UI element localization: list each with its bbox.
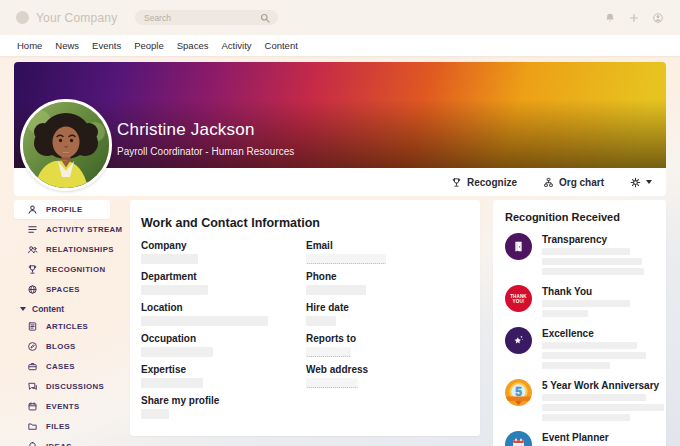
recognition-item-event-planner[interactable]: Event Planner — [505, 431, 654, 446]
field-value-placeholder — [141, 378, 203, 388]
sidebar-item-label: ARTICLES — [46, 322, 88, 331]
sidebar-item-label: EVENTS — [46, 402, 80, 411]
search-input[interactable] — [142, 12, 259, 24]
sidebar-item-cases[interactable]: CASES — [14, 357, 126, 376]
org-chart-label: Org chart — [559, 177, 604, 188]
recognize-label: Recognize — [467, 177, 517, 188]
field-expertise: Expertise — [141, 364, 306, 388]
work-info-title: Work and Contact Information — [141, 216, 468, 230]
recognition-placeholder — [542, 394, 646, 401]
field-department: Department — [141, 271, 306, 295]
right-column: Recognition Received Transparency — [493, 200, 666, 446]
recognition-title: Recognition Received — [505, 211, 654, 223]
recognition-card: Recognition Received Transparency — [493, 200, 666, 446]
field-value-placeholder — [306, 285, 366, 295]
settings-menu-button[interactable] — [630, 177, 652, 188]
profile-page: Your Company — [0, 0, 680, 446]
top-bar: Your Company — [0, 0, 680, 35]
field-value-placeholder — [141, 347, 213, 357]
field-value-placeholder — [141, 254, 198, 264]
field-share-my-profile: Share my profile — [141, 395, 306, 419]
sidebar-item-blogs[interactable]: BLOGS — [14, 337, 126, 356]
profile-banner: Christine Jackson Payroll Coordinator - … — [14, 62, 666, 168]
sidebar-item-label: PROFILE — [46, 205, 83, 214]
banner-text: Christine Jackson Payroll Coordinator - … — [117, 120, 294, 157]
sidebar-item-label: RELATIONSHIPS — [46, 245, 114, 254]
recognition-placeholder — [542, 352, 646, 359]
field-value-placeholder — [141, 409, 169, 419]
sidebar-item-label: RECOGNITION — [46, 265, 105, 274]
account-icon[interactable] — [652, 12, 664, 24]
field-value-placeholder[interactable] — [306, 254, 386, 264]
bell-icon[interactable] — [604, 12, 616, 24]
top-bar-icons — [604, 0, 664, 35]
relationships-icon — [27, 244, 38, 255]
thank-you-badge: THANK YOU! — [505, 285, 532, 312]
recognition-placeholder — [542, 404, 664, 411]
cases-briefcase-icon — [27, 361, 38, 372]
events-calendar-icon — [27, 401, 38, 412]
sidebar-item-label: IDEAS — [46, 442, 72, 446]
field-phone: Phone — [306, 271, 468, 295]
profile-job-title: Payroll Coordinator - Human Resources — [117, 146, 294, 157]
recognition-item-excellence[interactable]: Excellence — [505, 327, 654, 369]
recognize-button[interactable]: Recognize — [451, 177, 517, 188]
excellence-badge — [505, 327, 532, 354]
content-section-label: Content — [32, 304, 64, 314]
sidebar-content-section-toggle[interactable]: Content — [14, 304, 126, 314]
sidebar-item-label: FILES — [46, 422, 70, 431]
sidebar-item-profile[interactable]: PROFILE — [14, 200, 110, 219]
sidebar-item-activity-stream[interactable]: ACTIVITY STREAM — [14, 220, 126, 239]
nav-item-home[interactable]: Home — [17, 40, 42, 51]
sidebar-item-ideas[interactable]: IDEAS — [14, 437, 126, 446]
work-info-right-column: Email Phone Hire date Reports to — [306, 240, 468, 426]
discussions-chat-icon — [27, 381, 38, 392]
search-box[interactable] — [135, 10, 278, 25]
nav-item-activity[interactable]: Activity — [221, 40, 251, 51]
medal-icon: 5 — [505, 379, 532, 406]
field-value-placeholder — [141, 316, 268, 326]
sidebar-item-label: BLOGS — [46, 342, 76, 351]
sidebar-item-articles[interactable]: ARTICLES — [14, 317, 126, 336]
sidebar-item-events[interactable]: EVENTS — [14, 397, 126, 416]
blogs-pen-icon — [27, 341, 38, 352]
field-occupation: Occupation — [141, 333, 306, 357]
door-icon — [511, 239, 526, 254]
field-web-address: Web address — [306, 364, 468, 388]
nav-item-news[interactable]: News — [55, 40, 79, 51]
gear-icon — [630, 177, 641, 188]
star-icon — [510, 332, 527, 349]
field-reports-to: Reports to — [306, 333, 468, 357]
nav-item-events[interactable]: Events — [92, 40, 121, 51]
recognition-placeholder — [542, 310, 588, 317]
recognition-placeholder — [542, 300, 630, 307]
activity-stream-icon — [27, 224, 38, 235]
search-icon[interactable] — [259, 12, 271, 24]
field-company: Company — [141, 240, 306, 264]
field-value-placeholder — [141, 285, 208, 295]
nav-item-people[interactable]: People — [134, 40, 164, 51]
field-value-placeholder[interactable] — [306, 347, 351, 357]
recognition-placeholder — [542, 258, 642, 265]
recognition-item-transparency[interactable]: Transparency — [505, 233, 654, 275]
sidebar-item-discussions[interactable]: DISCUSSIONS — [14, 377, 126, 396]
field-email: Email — [306, 240, 468, 264]
add-icon[interactable] — [628, 12, 640, 24]
files-folder-icon — [27, 421, 38, 432]
sidebar-item-label: SPACES — [46, 285, 80, 294]
sidebar-item-recognition[interactable]: RECOGNITION — [14, 260, 126, 279]
sidebar-item-relationships[interactable]: RELATIONSHIPS — [14, 240, 126, 259]
field-hire-date: Hire date — [306, 302, 468, 326]
sidebar-item-label: CASES — [46, 362, 75, 371]
sidebar-item-files[interactable]: FILES — [14, 417, 126, 436]
recognition-placeholder — [542, 342, 637, 349]
calendar-badge-icon — [510, 436, 527, 446]
recognition-item-thank-you[interactable]: THANK YOU! Thank You — [505, 285, 654, 317]
nav-item-spaces[interactable]: Spaces — [177, 40, 209, 51]
org-chart-button[interactable]: Org chart — [543, 177, 604, 188]
recognition-item-5-year-anniversary[interactable]: 5 5 Year Work Anniversary — [505, 379, 654, 421]
nav-item-content[interactable]: Content — [265, 40, 298, 51]
sidebar-item-spaces[interactable]: SPACES — [14, 280, 126, 299]
main-column: Work and Contact Information Company Dep… — [130, 200, 480, 446]
field-value-placeholder[interactable] — [306, 378, 358, 388]
